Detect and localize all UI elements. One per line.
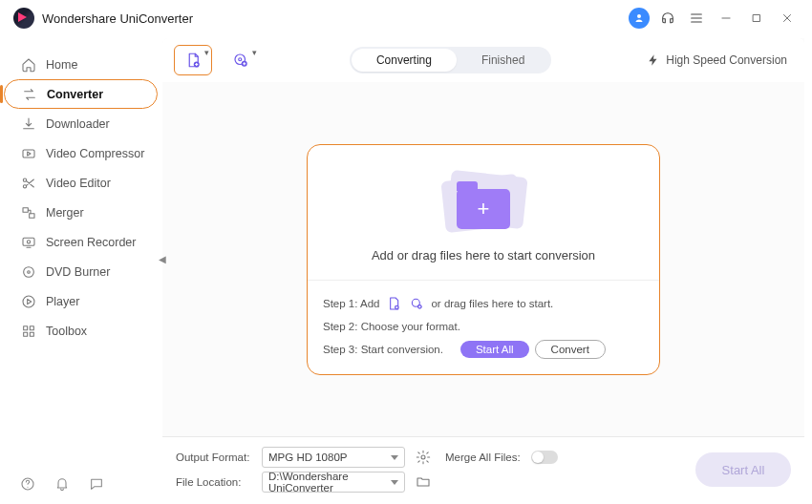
svg-rect-14 (30, 332, 33, 336)
help-button[interactable] (19, 475, 36, 493)
svg-point-9 (28, 270, 31, 273)
disc-add-icon (408, 295, 425, 312)
svg-rect-11 (24, 326, 28, 329)
step-2: Step 2: Choose your format. (323, 315, 644, 338)
chat-icon (89, 476, 104, 492)
svg-rect-6 (23, 238, 34, 245)
sidebar-item-label: Player (46, 295, 79, 308)
toolbar: ▾ ▾ Converting Finished High Speed Conve… (162, 38, 804, 82)
sidebar-item-label: Video Editor (46, 177, 111, 190)
add-url-button[interactable]: ▾ (222, 45, 260, 75)
output-format-select[interactable]: MPG HD 1080P (262, 447, 405, 468)
sidebar-item-downloader[interactable]: Downloader (0, 109, 161, 138)
disc-icon (21, 264, 36, 280)
svg-rect-0 (754, 15, 760, 22)
feedback-button[interactable] (88, 475, 105, 493)
headset-icon (660, 10, 675, 26)
sidebar-item-label: Merger (46, 206, 84, 220)
minimize-button[interactable] (715, 7, 737, 30)
svg-point-8 (24, 266, 34, 277)
sidebar-item-label: Converter (47, 88, 103, 101)
folder-icon (416, 474, 431, 490)
convert-pill[interactable]: Convert (535, 340, 606, 359)
sidebar-item-label: DVD Burner (46, 265, 110, 279)
lightning-icon (647, 53, 660, 67)
high-speed-label: High Speed Conversion (666, 53, 787, 67)
drop-zone[interactable]: + Add or drag files here to start conver… (307, 144, 660, 375)
notifications-button[interactable] (53, 475, 71, 493)
file-add-icon (184, 52, 202, 69)
help-icon (20, 476, 35, 492)
close-button[interactable] (776, 7, 799, 30)
sidebar-item-toolbox[interactable]: Toolbox (0, 316, 161, 346)
drop-zone-headline: Add or drag files here to start conversi… (372, 248, 595, 262)
app-title: Wondershare UniConverter (42, 11, 193, 26)
sidebar-item-label: Downloader (46, 117, 110, 131)
close-icon (780, 11, 794, 25)
high-speed-conversion-toggle[interactable]: High Speed Conversion (641, 53, 793, 67)
merge-all-label: Merge All Files: (445, 452, 522, 463)
content-area: ◀ + Add or drag files here to start conv… (162, 82, 804, 436)
maximize-button[interactable] (745, 7, 768, 30)
support-button[interactable] (657, 8, 678, 29)
svg-rect-13 (24, 332, 28, 336)
grid-icon (21, 324, 36, 339)
gear-icon (416, 450, 431, 465)
add-file-button[interactable]: ▾ (174, 45, 212, 75)
svg-rect-4 (23, 207, 28, 212)
sidebar-item-video-editor[interactable]: Video Editor (0, 168, 161, 198)
screen-recorder-icon (21, 235, 36, 250)
compressor-icon (21, 146, 36, 161)
tab-group: Converting Finished (350, 47, 551, 74)
sidebar-item-label: Screen Recorder (46, 236, 137, 249)
sidebar-item-merger[interactable]: Merger (0, 198, 161, 227)
output-settings-button[interactable] (415, 449, 432, 466)
step-3: Step 3: Start conversion. Start All Conv… (323, 338, 644, 361)
start-all-pill[interactable]: Start All (460, 341, 529, 358)
converter-icon (22, 87, 37, 102)
tab-finished[interactable]: Finished (457, 49, 549, 72)
folder-add-icon: + (436, 172, 531, 239)
svg-rect-1 (23, 150, 34, 158)
home-icon (21, 57, 36, 73)
sidebar-item-dvd-burner[interactable]: DVD Burner (0, 257, 161, 286)
sidebar-item-video-compressor[interactable]: Video Compressor (0, 138, 161, 168)
chevron-down-icon: ▾ (252, 48, 257, 57)
play-icon (21, 294, 36, 309)
maximize-icon (750, 11, 763, 25)
step-1-suffix: or drag files here to start. (431, 298, 553, 309)
sidebar-item-screen-recorder[interactable]: Screen Recorder (0, 227, 161, 257)
output-format-value: MPG HD 1080P (268, 452, 347, 463)
svg-point-7 (27, 240, 30, 242)
download-icon (21, 116, 36, 132)
tab-converting[interactable]: Converting (352, 49, 457, 72)
chevron-down-icon: ▾ (204, 48, 209, 57)
sidebar: Home Converter Downloader Video Compress… (0, 36, 162, 504)
bottom-bar: Output Format: MPG HD 1080P Merge All Fi… (162, 436, 804, 504)
svg-point-10 (23, 296, 34, 307)
disc-add-icon (232, 52, 249, 69)
sidebar-item-label: Video Compressor (46, 147, 144, 160)
app-logo-icon (13, 8, 34, 29)
title-bar: Wondershare UniConverter (0, 0, 812, 36)
file-add-icon (385, 295, 402, 312)
main-panel: ▾ ▾ Converting Finished High Speed Conve… (162, 38, 804, 504)
sidebar-item-player[interactable]: Player (0, 286, 161, 316)
step-3-text: Step 3: Start conversion. (323, 344, 443, 355)
sidebar-item-label: Home (46, 58, 77, 72)
merger-icon (21, 205, 36, 220)
bell-icon (54, 476, 70, 492)
step-1-prefix: Step 1: Add (323, 298, 379, 309)
start-all-button[interactable]: Start All (695, 452, 791, 487)
account-avatar[interactable] (629, 8, 650, 29)
file-location-value: D:\Wondershare UniConverter (268, 471, 385, 494)
file-location-select[interactable]: D:\Wondershare UniConverter (262, 472, 405, 493)
svg-rect-5 (30, 213, 34, 218)
open-folder-button[interactable] (415, 473, 432, 491)
sidebar-item-home[interactable]: Home (0, 50, 161, 79)
merge-all-toggle[interactable] (531, 451, 558, 464)
collapse-sidebar-button[interactable]: ◀ (156, 250, 169, 269)
svg-point-23 (421, 455, 425, 459)
sidebar-item-converter[interactable]: Converter (4, 79, 158, 109)
hamburger-menu-button[interactable] (686, 8, 707, 29)
